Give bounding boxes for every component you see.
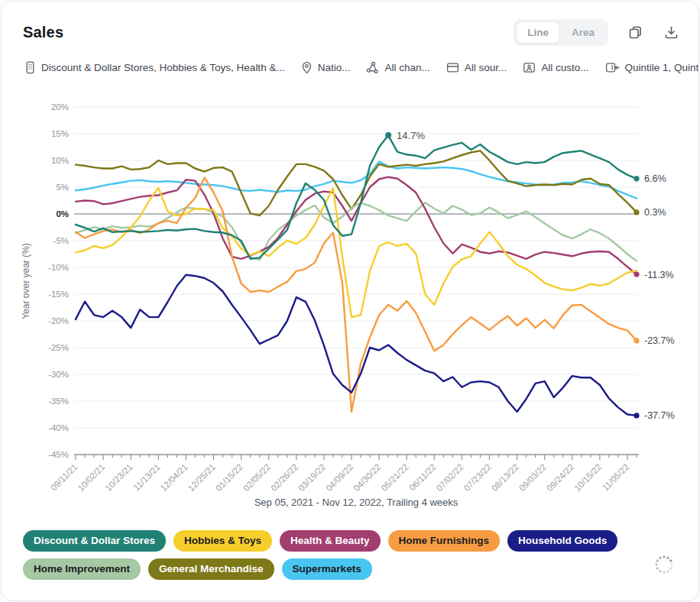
svg-text:Year over year (%): Year over year (%) [21, 243, 31, 319]
svg-text:04/30/22: 04/30/22 [352, 462, 382, 493]
svg-text:02/05/22: 02/05/22 [241, 462, 272, 493]
copy-icon [628, 25, 643, 40]
svg-text:20%: 20% [51, 102, 69, 112]
svg-text:10/23/21: 10/23/21 [103, 462, 134, 493]
svg-text:-11.3%: -11.3% [644, 270, 674, 280]
chart-type-toggle: Line Area [514, 19, 608, 46]
filter-sources-label: All sour... [465, 62, 507, 73]
sources-icon [446, 61, 459, 74]
legend-pill-supermarkets[interactable]: Supermarkets [282, 558, 372, 580]
svg-text:10%: 10% [51, 156, 69, 165]
svg-text:01/15/22: 01/15/22 [214, 462, 245, 493]
download-icon [664, 25, 679, 40]
svg-text:11/05/22: 11/05/22 [601, 462, 631, 493]
svg-text:-45%: -45% [48, 450, 69, 459]
copy-button[interactable] [627, 24, 644, 41]
svg-text:-25%: -25% [48, 343, 69, 352]
page-title: Sales [23, 24, 63, 41]
filter-categories[interactable]: Discount & Dollar Stores, Hobbies & Toys… [24, 61, 285, 74]
svg-text:10/15/22: 10/15/22 [572, 462, 603, 493]
svg-text:6.6%: 6.6% [644, 173, 666, 184]
svg-text:0%: 0% [56, 209, 69, 218]
svg-text:-37.7%: -37.7% [644, 410, 675, 421]
svg-text:-20%: -20% [48, 316, 69, 325]
filter-geography[interactable]: Natio... [301, 61, 351, 74]
svg-text:-15%: -15% [48, 290, 69, 299]
spinner-icon [653, 554, 675, 575]
legend-pill-general-merchandise[interactable]: General Merchandise [148, 558, 274, 580]
legend-pill-discount-dollar-stores[interactable]: Discount & Dollar Stores [23, 530, 166, 552]
date-range-caption: Sep 05, 2021 - Nov 12, 2022, Trailing 4 … [76, 497, 637, 508]
filter-channels-label: All chan... [384, 62, 429, 73]
svg-text:-30%: -30% [48, 370, 69, 379]
filter-channels[interactable]: All chan... [366, 61, 429, 74]
building-icon [24, 61, 36, 74]
svg-text:09/03/22: 09/03/22 [517, 462, 548, 493]
filter-quintiles-label: Quintile 1, Quint... [625, 62, 699, 73]
svg-text:03/19/22: 03/19/22 [297, 462, 327, 493]
svg-text:10/02/21: 10/02/21 [76, 462, 106, 493]
legend-pill-home-furnishings[interactable]: Home Furnishings [388, 530, 501, 552]
download-button[interactable] [663, 24, 680, 41]
svg-text:09/11/21: 09/11/21 [49, 462, 79, 493]
header-actions: Line Area [514, 19, 680, 46]
filter-customers-label: All custo... [541, 62, 588, 73]
svg-text:12/25/21: 12/25/21 [186, 462, 217, 493]
svg-text:14.7%: 14.7% [397, 130, 425, 141]
svg-text:08/13/22: 08/13/22 [490, 462, 520, 493]
svg-text:11/13/21: 11/13/21 [131, 462, 162, 493]
svg-text:0.3%: 0.3% [644, 207, 666, 218]
filter-bar: Discount & Dollar Stores, Hobbies & Toys… [24, 61, 683, 74]
filter-categories-label: Discount & Dollar Stores, Hobbies & Toys… [41, 62, 285, 73]
legend-pill-hobbies-toys[interactable]: Hobbies & Toys [173, 530, 272, 552]
legend-pill-health-beauty[interactable]: Health & Beauty [280, 530, 381, 552]
filter-customers[interactable]: All custo... [523, 61, 588, 74]
svg-text:5%: 5% [56, 183, 69, 192]
svg-text:09/24/22: 09/24/22 [545, 462, 575, 493]
sales-line-chart: 20%15%10%5%0%-5%-10%-15%-20%-25%-30%-35%… [2, 2, 699, 518]
line-toggle-button[interactable]: Line [516, 21, 560, 44]
svg-text:-23.7%: -23.7% [644, 335, 675, 346]
svg-text:02/26/22: 02/26/22 [269, 462, 300, 493]
svg-text:-40%: -40% [48, 423, 69, 432]
svg-text:-5%: -5% [53, 236, 69, 245]
svg-text:06/11/22: 06/11/22 [407, 462, 438, 493]
filter-sources[interactable]: All sour... [446, 61, 507, 74]
filter-quintiles[interactable]: Quintile 1, Quint... [605, 61, 699, 74]
area-toggle-button[interactable]: Area [560, 21, 606, 44]
filter-geography-label: Natio... [318, 62, 351, 73]
svg-text:04/09/22: 04/09/22 [324, 462, 355, 493]
channels-icon [366, 61, 379, 74]
location-pin-icon [301, 61, 313, 74]
card-header: Sales Line Area [23, 17, 680, 47]
sales-chart-card: Sales Line Area [1, 1, 699, 601]
svg-text:07/23/22: 07/23/22 [462, 462, 493, 493]
svg-text:-35%: -35% [48, 396, 69, 406]
legend: Discount & Dollar StoresHobbies & ToysHe… [23, 530, 683, 580]
svg-text:12/04/21: 12/04/21 [159, 462, 190, 493]
svg-text:05/21/22: 05/21/22 [379, 462, 410, 493]
svg-text:-10%: -10% [48, 263, 69, 272]
legend-pill-home-improvement[interactable]: Home Improvement [23, 558, 141, 580]
legend-pill-household-goods[interactable]: Household Goods [507, 530, 617, 552]
quintile-icon [605, 61, 620, 74]
svg-text:07/02/22: 07/02/22 [435, 462, 465, 493]
svg-text:15%: 15% [51, 129, 69, 138]
customers-icon [523, 61, 536, 74]
